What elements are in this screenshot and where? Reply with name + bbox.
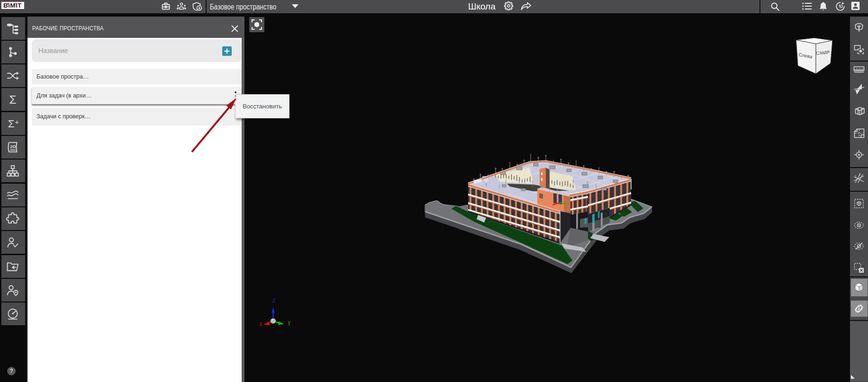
svg-text:Y: Y (288, 320, 291, 326)
svg-text:X: X (259, 321, 263, 327)
svg-text:2D: 2D (10, 144, 16, 149)
svg-text:Σ: Σ (8, 118, 15, 130)
svg-text:+: + (15, 118, 19, 126)
svg-text:Σ: Σ (9, 93, 16, 106)
svg-text:Z: Z (272, 298, 276, 303)
svg-text:2: 2 (859, 173, 861, 176)
svg-text:1: 1 (855, 175, 857, 178)
svg-text:BiMiT: BiMiT (3, 2, 22, 9)
